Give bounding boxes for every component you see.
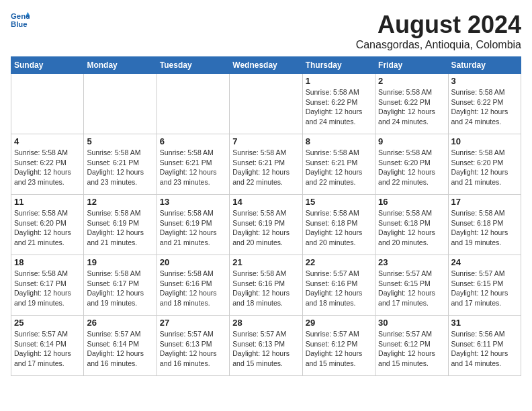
calendar-cell	[84, 74, 157, 134]
weekday-header: Tuesday	[157, 57, 229, 74]
day-number: 9	[378, 136, 445, 146]
day-info: Sunrise: 5:57 AM Sunset: 6:15 PM Dayligh…	[378, 269, 445, 308]
day-info: Sunrise: 5:58 AM Sunset: 6:22 PM Dayligh…	[14, 148, 81, 187]
calendar-cell: 26Sunrise: 5:57 AM Sunset: 6:14 PM Dayli…	[84, 316, 157, 376]
page-subtitle: Canasgordas, Antioquia, Colombia	[356, 39, 521, 51]
svg-text:Blue: Blue	[11, 20, 28, 28]
day-info: Sunrise: 5:57 AM Sunset: 6:14 PM Dayligh…	[14, 329, 81, 369]
calendar-cell: 10Sunrise: 5:58 AM Sunset: 6:20 PM Dayli…	[448, 134, 521, 195]
calendar-cell: 16Sunrise: 5:58 AM Sunset: 6:18 PM Dayli…	[375, 195, 448, 255]
day-number: 14	[232, 197, 299, 207]
calendar-cell: 14Sunrise: 5:58 AM Sunset: 6:19 PM Dayli…	[230, 195, 302, 255]
day-info: Sunrise: 5:57 AM Sunset: 6:13 PM Dayligh…	[160, 329, 226, 369]
logo: General Blue	[11, 11, 31, 30]
day-info: Sunrise: 5:57 AM Sunset: 6:14 PM Dayligh…	[87, 329, 153, 369]
page-header: General Blue August 2024 Canasgordas, An…	[11, 11, 521, 51]
logo-icon: General Blue	[11, 11, 30, 30]
day-number: 11	[14, 197, 81, 207]
calendar-week-row: 25Sunrise: 5:57 AM Sunset: 6:14 PM Dayli…	[11, 316, 521, 376]
day-number: 5	[87, 136, 153, 146]
calendar-cell: 11Sunrise: 5:58 AM Sunset: 6:20 PM Dayli…	[11, 195, 84, 255]
day-number: 29	[306, 318, 372, 328]
day-number: 24	[451, 257, 518, 267]
calendar-cell: 28Sunrise: 5:57 AM Sunset: 6:13 PM Dayli…	[230, 316, 302, 376]
day-info: Sunrise: 5:58 AM Sunset: 6:21 PM Dayligh…	[160, 148, 226, 187]
calendar-cell: 29Sunrise: 5:57 AM Sunset: 6:12 PM Dayli…	[302, 316, 375, 376]
day-info: Sunrise: 5:58 AM Sunset: 6:20 PM Dayligh…	[378, 148, 445, 187]
day-info: Sunrise: 5:58 AM Sunset: 6:22 PM Dayligh…	[451, 87, 518, 127]
calendar-cell: 3Sunrise: 5:58 AM Sunset: 6:22 PM Daylig…	[448, 74, 521, 134]
day-number: 13	[160, 197, 226, 207]
calendar-week-row: 1Sunrise: 5:58 AM Sunset: 6:22 PM Daylig…	[11, 74, 521, 134]
day-info: Sunrise: 5:58 AM Sunset: 6:21 PM Dayligh…	[306, 148, 372, 187]
calendar-cell: 20Sunrise: 5:58 AM Sunset: 6:16 PM Dayli…	[157, 255, 229, 316]
calendar-cell: 12Sunrise: 5:58 AM Sunset: 6:19 PM Dayli…	[84, 195, 157, 255]
weekday-header: Thursday	[302, 57, 375, 74]
day-info: Sunrise: 5:58 AM Sunset: 6:22 PM Dayligh…	[378, 87, 445, 127]
weekday-header: Wednesday	[230, 57, 302, 74]
day-number: 20	[160, 257, 226, 267]
calendar-cell: 19Sunrise: 5:58 AM Sunset: 6:17 PM Dayli…	[84, 255, 157, 316]
calendar-table: SundayMondayTuesdayWednesdayThursdayFrid…	[11, 56, 521, 376]
calendar-cell: 22Sunrise: 5:57 AM Sunset: 6:16 PM Dayli…	[302, 255, 375, 316]
calendar-cell: 23Sunrise: 5:57 AM Sunset: 6:15 PM Dayli…	[375, 255, 448, 316]
day-number: 26	[87, 318, 153, 328]
day-info: Sunrise: 5:58 AM Sunset: 6:16 PM Dayligh…	[160, 269, 226, 308]
day-info: Sunrise: 5:58 AM Sunset: 6:18 PM Dayligh…	[378, 208, 445, 248]
day-number: 18	[14, 257, 81, 267]
calendar-cell: 31Sunrise: 5:56 AM Sunset: 6:11 PM Dayli…	[448, 316, 521, 376]
calendar-cell: 17Sunrise: 5:58 AM Sunset: 6:18 PM Dayli…	[448, 195, 521, 255]
day-number: 17	[451, 197, 518, 207]
day-info: Sunrise: 5:57 AM Sunset: 6:13 PM Dayligh…	[232, 329, 299, 369]
day-info: Sunrise: 5:58 AM Sunset: 6:19 PM Dayligh…	[232, 208, 299, 248]
calendar-cell: 27Sunrise: 5:57 AM Sunset: 6:13 PM Dayli…	[157, 316, 229, 376]
calendar-cell: 6Sunrise: 5:58 AM Sunset: 6:21 PM Daylig…	[157, 134, 229, 195]
calendar-cell	[11, 74, 84, 134]
day-number: 10	[451, 136, 518, 146]
day-info: Sunrise: 5:57 AM Sunset: 6:12 PM Dayligh…	[306, 329, 372, 369]
calendar-cell: 9Sunrise: 5:58 AM Sunset: 6:20 PM Daylig…	[375, 134, 448, 195]
day-info: Sunrise: 5:58 AM Sunset: 6:21 PM Dayligh…	[87, 148, 153, 187]
day-number: 1	[306, 76, 372, 86]
calendar-cell: 15Sunrise: 5:58 AM Sunset: 6:18 PM Dayli…	[302, 195, 375, 255]
day-info: Sunrise: 5:58 AM Sunset: 6:20 PM Dayligh…	[451, 148, 518, 187]
day-number: 30	[378, 318, 445, 328]
day-number: 31	[451, 318, 518, 328]
day-info: Sunrise: 5:58 AM Sunset: 6:17 PM Dayligh…	[87, 269, 153, 308]
calendar-cell	[157, 74, 229, 134]
day-info: Sunrise: 5:58 AM Sunset: 6:17 PM Dayligh…	[14, 269, 81, 308]
calendar-cell: 8Sunrise: 5:58 AM Sunset: 6:21 PM Daylig…	[302, 134, 375, 195]
weekday-header-row: SundayMondayTuesdayWednesdayThursdayFrid…	[11, 57, 521, 74]
weekday-header: Monday	[84, 57, 157, 74]
day-number: 4	[14, 136, 81, 146]
day-number: 25	[14, 318, 81, 328]
svg-text:General: General	[11, 12, 30, 20]
calendar-week-row: 11Sunrise: 5:58 AM Sunset: 6:20 PM Dayli…	[11, 195, 521, 255]
day-number: 27	[160, 318, 226, 328]
calendar-cell: 30Sunrise: 5:57 AM Sunset: 6:12 PM Dayli…	[375, 316, 448, 376]
day-number: 16	[378, 197, 445, 207]
day-number: 15	[306, 197, 372, 207]
day-info: Sunrise: 5:58 AM Sunset: 6:21 PM Dayligh…	[232, 148, 299, 187]
day-info: Sunrise: 5:57 AM Sunset: 6:12 PM Dayligh…	[378, 329, 445, 369]
day-info: Sunrise: 5:58 AM Sunset: 6:18 PM Dayligh…	[451, 208, 518, 248]
day-number: 3	[451, 76, 518, 86]
day-number: 6	[160, 136, 226, 146]
day-info: Sunrise: 5:58 AM Sunset: 6:20 PM Dayligh…	[14, 208, 81, 248]
day-number: 12	[87, 197, 153, 207]
day-info: Sunrise: 5:57 AM Sunset: 6:16 PM Dayligh…	[306, 269, 372, 308]
day-number: 23	[378, 257, 445, 267]
day-info: Sunrise: 5:58 AM Sunset: 6:19 PM Dayligh…	[87, 208, 153, 248]
page-title: August 2024	[356, 11, 521, 39]
day-info: Sunrise: 5:58 AM Sunset: 6:18 PM Dayligh…	[306, 208, 372, 248]
calendar-cell: 18Sunrise: 5:58 AM Sunset: 6:17 PM Dayli…	[11, 255, 84, 316]
calendar-cell: 5Sunrise: 5:58 AM Sunset: 6:21 PM Daylig…	[84, 134, 157, 195]
weekday-header: Friday	[375, 57, 448, 74]
day-number: 8	[306, 136, 372, 146]
day-info: Sunrise: 5:58 AM Sunset: 6:22 PM Dayligh…	[306, 87, 372, 127]
calendar-cell: 21Sunrise: 5:58 AM Sunset: 6:16 PM Dayli…	[230, 255, 302, 316]
day-number: 22	[306, 257, 372, 267]
calendar-week-row: 18Sunrise: 5:58 AM Sunset: 6:17 PM Dayli…	[11, 255, 521, 316]
day-number: 7	[232, 136, 299, 146]
day-info: Sunrise: 5:58 AM Sunset: 6:16 PM Dayligh…	[232, 269, 299, 308]
